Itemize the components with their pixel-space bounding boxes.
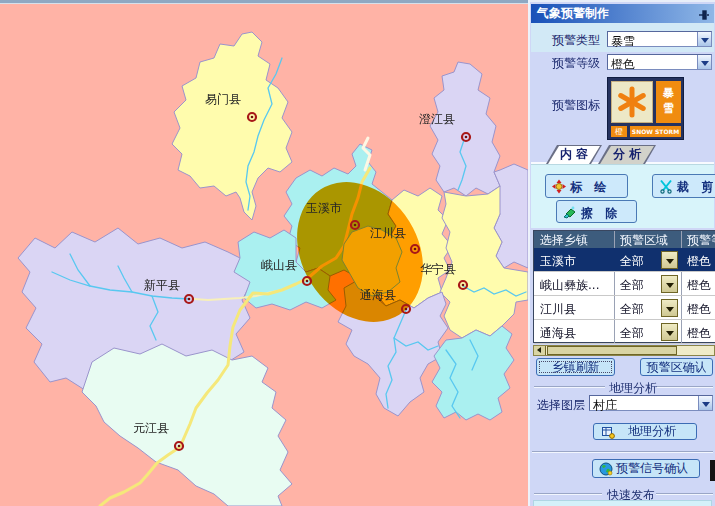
erase-icon bbox=[563, 205, 577, 219]
publish-section bbox=[533, 500, 712, 506]
cell-town: 通海县 bbox=[540, 325, 576, 342]
warning-level-label: 预警等级 bbox=[552, 55, 600, 72]
geo-analysis-label: 地理分析 bbox=[628, 424, 676, 438]
scroll-left-icon[interactable] bbox=[534, 346, 546, 355]
group-line bbox=[534, 493, 602, 495]
county-label: 易门县 bbox=[205, 92, 241, 106]
layer-label: 选择图层 bbox=[537, 397, 585, 414]
warning-icon-caption: SNOW STORM bbox=[630, 126, 681, 137]
layer-select[interactable]: 村庄 bbox=[589, 395, 713, 411]
layer-value: 村庄 bbox=[593, 397, 617, 414]
header-town: 选择乡镇 bbox=[540, 232, 588, 249]
crop-button-label: 裁 剪 bbox=[677, 179, 715, 196]
warning-type-dropdown-icon[interactable] bbox=[697, 32, 711, 46]
geo-analysis-icon bbox=[602, 426, 615, 439]
cell-level: 橙色 bbox=[687, 253, 711, 270]
confirm-signal-label: 预警信号确认 bbox=[616, 461, 688, 475]
tab-content-label: 内 容 bbox=[560, 147, 588, 161]
warning-icon-name: 暴 雪 bbox=[656, 81, 681, 123]
tab-analysis-label: 分 析 bbox=[613, 147, 641, 161]
plot-button-label: 标 绘 bbox=[570, 179, 610, 196]
map-canvas[interactable]: 易门县 澄江县 玉溪市 江川县 华宁县 峨山县 新平县 通海县 元江县 bbox=[0, 0, 528, 506]
map-top-border bbox=[0, 0, 528, 3]
cell-area: 全部 bbox=[620, 325, 644, 342]
county-label: 江川县 bbox=[370, 226, 406, 240]
crop-icon bbox=[659, 179, 673, 194]
warning-type-label: 预警类型 bbox=[552, 32, 600, 49]
edge-widget bbox=[710, 460, 715, 481]
group-line bbox=[534, 386, 605, 388]
crop-button[interactable]: 裁 剪 bbox=[652, 174, 715, 198]
plot-button[interactable]: 标 绘 bbox=[545, 174, 628, 198]
cell-town: 峨山彝族... bbox=[540, 277, 599, 294]
county-label: 澄江县 bbox=[419, 112, 455, 126]
header-area: 预警区域 bbox=[620, 232, 668, 249]
warning-icon: 暴 雪 橙 SNOW STORM bbox=[607, 77, 684, 140]
cell-level: 橙色 bbox=[687, 301, 711, 318]
cell-level: 橙色 bbox=[687, 325, 711, 342]
warning-icon-level: 橙 bbox=[611, 126, 627, 137]
warning-level-dropdown-icon[interactable] bbox=[697, 55, 711, 69]
table-hscrollbar[interactable] bbox=[533, 345, 715, 356]
county-label: 元江县 bbox=[133, 421, 169, 435]
warning-panel: 气象预警制作 预警类型 暴雪 预警等级 橙色 预警图标 bbox=[530, 0, 715, 506]
confirm-area-label: 预警区确认 bbox=[647, 360, 707, 374]
warning-type-value: 暴雪 bbox=[611, 33, 635, 50]
warning-level-select[interactable]: 橙色 bbox=[607, 54, 712, 70]
warning-level-value: 橙色 bbox=[611, 56, 635, 73]
refresh-town-button[interactable]: 乡镇刷新 bbox=[536, 358, 615, 376]
plot-icon bbox=[552, 179, 566, 194]
focus-rect bbox=[539, 361, 612, 373]
pin-icon[interactable] bbox=[698, 9, 710, 21]
area-dropdown[interactable] bbox=[661, 323, 678, 341]
warning-type-select[interactable]: 暴雪 bbox=[607, 31, 712, 47]
county-label: 新平县 bbox=[144, 278, 180, 292]
table-row[interactable]: 江川县 全部 橙色 bbox=[534, 296, 715, 320]
header-level: 预警等级 bbox=[687, 232, 715, 249]
cell-town: 玉溪市 bbox=[540, 253, 576, 270]
table-row[interactable]: 峨山彝族... 全部 橙色 bbox=[534, 272, 715, 296]
geo-analysis-button[interactable]: 地理分析 bbox=[593, 423, 697, 440]
scrollbar-thumb[interactable] bbox=[547, 346, 677, 355]
township-table[interactable]: 选择乡镇 预警区域 预警等级 玉溪市 全部 橙色 峨山彝族... 全部 橙色 江… bbox=[533, 230, 715, 343]
county-label: 玉溪市 bbox=[306, 201, 342, 215]
cell-area: 全部 bbox=[620, 301, 644, 318]
erase-button[interactable]: 擦 除 bbox=[556, 200, 637, 223]
cell-level: 橙色 bbox=[687, 277, 711, 294]
weather-warning-app: 易门县 澄江县 玉溪市 江川县 华宁县 峨山县 新平县 通海县 元江县 气象预警… bbox=[0, 0, 715, 506]
group-line bbox=[656, 493, 713, 495]
table-row[interactable]: 通海县 全部 橙色 bbox=[534, 320, 715, 344]
area-dropdown[interactable] bbox=[661, 275, 678, 293]
cell-area: 全部 bbox=[620, 253, 644, 270]
county-label: 通海县 bbox=[360, 288, 396, 302]
area-dropdown[interactable] bbox=[661, 251, 678, 269]
erase-button-label: 擦 除 bbox=[581, 205, 621, 222]
panel-titlebar: 气象预警制作 bbox=[531, 4, 714, 23]
county-yimen[interactable] bbox=[172, 32, 292, 220]
warning-icon-label: 预警图标 bbox=[552, 97, 600, 114]
cell-area: 全部 bbox=[620, 277, 644, 294]
table-row[interactable]: 玉溪市 全部 橙色 bbox=[534, 248, 715, 272]
map-top-border-light bbox=[0, 3, 528, 4]
county-chengjiang[interactable] bbox=[430, 62, 500, 196]
county-yuanjiang[interactable] bbox=[82, 344, 292, 506]
snowflake-icon bbox=[611, 81, 653, 123]
globe-icon bbox=[599, 462, 613, 476]
cell-town: 江川县 bbox=[540, 301, 576, 318]
layer-dropdown-icon[interactable] bbox=[698, 396, 712, 410]
county-label: 华宁县 bbox=[420, 262, 456, 276]
table-header: 选择乡镇 预警区域 预警等级 bbox=[534, 231, 715, 248]
county-southeast[interactable] bbox=[432, 326, 514, 420]
confirm-area-button[interactable]: 预警区确认 bbox=[640, 358, 713, 376]
tab-content[interactable]: 内 容 bbox=[546, 145, 602, 164]
confirm-signal-button[interactable]: 预警信号确认 bbox=[592, 459, 700, 478]
group-line bbox=[657, 386, 713, 388]
area-dropdown[interactable] bbox=[661, 299, 678, 317]
tab-analysis[interactable]: 分 析 bbox=[598, 145, 656, 164]
panel-title: 气象预警制作 bbox=[537, 6, 609, 20]
county-label: 峨山县 bbox=[261, 258, 297, 272]
section-separator bbox=[532, 451, 713, 453]
